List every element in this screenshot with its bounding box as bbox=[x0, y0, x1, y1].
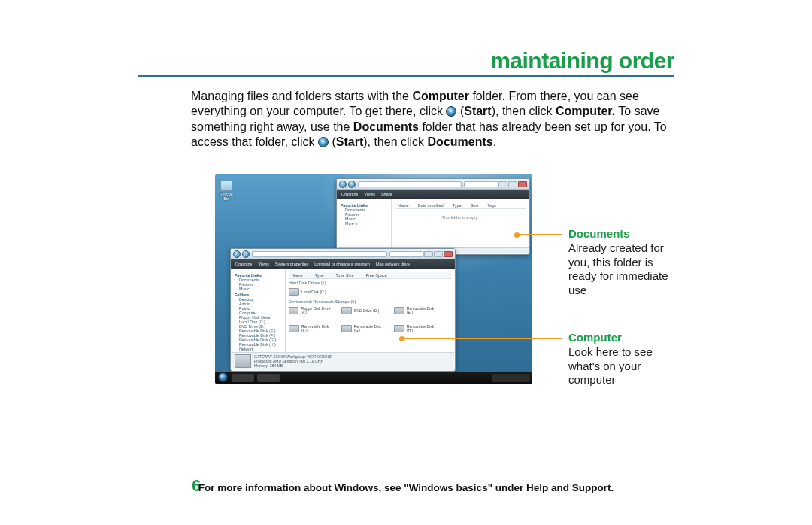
back-icon[interactable] bbox=[233, 250, 241, 258]
callout-computer: Computer Look here to see what's on your… bbox=[568, 331, 674, 387]
drive-item[interactable]: Removable Disk (G:) bbox=[341, 323, 388, 335]
intro-paragraph: Managing files and folders starts with t… bbox=[191, 89, 674, 150]
col[interactable]: Tags bbox=[487, 203, 496, 208]
group-header: Devices with Removable Storage (6) bbox=[289, 299, 451, 304]
close-button[interactable] bbox=[444, 251, 453, 257]
col[interactable]: Free Space bbox=[365, 273, 386, 278]
t: Managing files and folders starts with t… bbox=[191, 90, 412, 102]
max-button[interactable] bbox=[508, 181, 517, 187]
min-button[interactable] bbox=[498, 181, 508, 187]
col[interactable]: Name bbox=[398, 203, 409, 208]
drive-item[interactable]: Removable Disk (E:) bbox=[394, 305, 441, 317]
col[interactable]: Total Size bbox=[336, 273, 354, 278]
min-button[interactable] bbox=[424, 251, 433, 257]
drive-item[interactable]: Removable Disk (F:) bbox=[289, 323, 335, 335]
cmd[interactable]: Uninstall or change a program bbox=[314, 262, 370, 266]
taskbar-item[interactable] bbox=[257, 374, 280, 382]
callout-body: Already created for you, this folder is … bbox=[568, 241, 668, 296]
columns: Name Type Total Size Free Space bbox=[289, 272, 451, 279]
t: Computer. bbox=[556, 105, 615, 117]
details-pane: GATEWAY-XXXXX Workgroup: WORKGROUP Proce… bbox=[232, 352, 454, 370]
col[interactable]: Size bbox=[471, 203, 479, 208]
start-orb-icon bbox=[446, 106, 456, 117]
t: . bbox=[493, 135, 496, 148]
callout-title: Documents bbox=[568, 227, 674, 241]
col[interactable]: Name bbox=[292, 273, 303, 278]
command-bar: Organize Views Share bbox=[337, 190, 529, 199]
cmd[interactable]: Views bbox=[258, 262, 269, 266]
computer-window: Organize Views System properties Uninsta… bbox=[230, 248, 456, 372]
cmd[interactable]: Organize bbox=[341, 192, 358, 196]
content: Favorite Links Documents Pictures Music … bbox=[232, 269, 454, 352]
removable-icon bbox=[341, 325, 352, 332]
nav-pane: Favorite Links Documents Pictures Music … bbox=[232, 269, 286, 352]
callout-body: Look here to see what's on your computer bbox=[568, 345, 653, 387]
drive-list: Name Type Total Size Free Space Hard Dis… bbox=[286, 269, 454, 352]
documents-window: Organize Views Share Favorite Links Docu… bbox=[336, 178, 530, 255]
close-button[interactable] bbox=[518, 181, 527, 187]
removable-icon bbox=[289, 325, 299, 332]
drive-item[interactable]: Floppy Disk Drive (A:) bbox=[289, 305, 335, 317]
heading-rule bbox=[138, 75, 674, 77]
cmd[interactable]: Map network drive bbox=[376, 262, 410, 266]
t: ), then click bbox=[363, 135, 427, 148]
recycle-label: Recycle Bin bbox=[220, 192, 233, 201]
taskbar bbox=[215, 372, 532, 384]
callout-title: Computer bbox=[568, 331, 674, 345]
t: Documents bbox=[428, 135, 493, 148]
computer-icon bbox=[235, 354, 251, 368]
max-button[interactable] bbox=[434, 251, 443, 257]
search-box[interactable] bbox=[464, 181, 498, 187]
forward-icon[interactable] bbox=[348, 181, 356, 188]
titlebar bbox=[231, 249, 455, 259]
hdd-icon bbox=[289, 288, 299, 296]
nav-item[interactable]: More » bbox=[345, 221, 388, 226]
dvd-icon bbox=[341, 307, 352, 314]
cmd[interactable]: Organize bbox=[235, 262, 252, 266]
removable-icon bbox=[394, 307, 404, 314]
drive-item[interactable]: DVD Drive (D:) bbox=[341, 305, 388, 317]
t: ( bbox=[329, 135, 336, 148]
back-icon[interactable] bbox=[339, 181, 347, 188]
floppy-icon bbox=[289, 307, 298, 314]
callout-documents: Documents Already created for you, this … bbox=[568, 227, 674, 298]
t: ), then click bbox=[492, 105, 556, 117]
cmd[interactable]: System properties bbox=[275, 262, 308, 266]
columns: Name Date modified Type Size Tags bbox=[395, 202, 526, 209]
nav-pane: Favorite Links Documents Pictures Music … bbox=[338, 199, 392, 247]
callout-line bbox=[404, 338, 562, 339]
t: Start bbox=[336, 135, 363, 148]
removable-icon bbox=[394, 325, 404, 332]
t: Computer bbox=[412, 90, 469, 102]
search-box[interactable] bbox=[389, 251, 424, 257]
taskbar-item[interactable] bbox=[232, 374, 254, 382]
system-tray[interactable] bbox=[492, 374, 530, 382]
command-bar: Organize Views System properties Uninsta… bbox=[231, 259, 455, 269]
t: ( bbox=[456, 105, 464, 117]
col[interactable]: Date modified bbox=[418, 203, 444, 208]
footer-text: For more information about Windows, see … bbox=[0, 482, 812, 493]
titlebar bbox=[337, 179, 529, 190]
start-orb-icon bbox=[318, 137, 329, 147]
drive-item[interactable]: Removable Disk (H:) bbox=[394, 323, 441, 335]
address-bar[interactable] bbox=[252, 251, 387, 257]
col[interactable]: Type bbox=[315, 273, 324, 278]
address-bar[interactable] bbox=[358, 181, 462, 187]
empty-message: This folder is empty. bbox=[395, 215, 526, 220]
group-header: Hard Disk Drives (1) bbox=[289, 281, 451, 285]
file-list: Name Date modified Type Size Tags This f… bbox=[392, 199, 529, 247]
start-button[interactable] bbox=[218, 372, 228, 382]
col[interactable]: Type bbox=[453, 203, 462, 208]
content: Favorite Links Documents Pictures Music … bbox=[338, 199, 529, 247]
t: Start bbox=[464, 105, 491, 117]
cmd[interactable]: Views bbox=[364, 192, 375, 196]
cmd[interactable]: Share bbox=[381, 192, 392, 196]
drive-item[interactable]: Local Disk (C:) bbox=[289, 286, 335, 298]
detail-line: Memory: 384 MB bbox=[254, 363, 332, 368]
screenshot: Recycle Bin Organize Views Share Favorit… bbox=[215, 174, 532, 384]
t: Documents bbox=[353, 120, 419, 133]
recycle-bin-icon: Recycle Bin bbox=[220, 181, 233, 196]
page-heading: maintaining order bbox=[490, 48, 674, 74]
forward-icon[interactable] bbox=[242, 250, 250, 258]
nav-item[interactable]: Music bbox=[239, 287, 282, 291]
